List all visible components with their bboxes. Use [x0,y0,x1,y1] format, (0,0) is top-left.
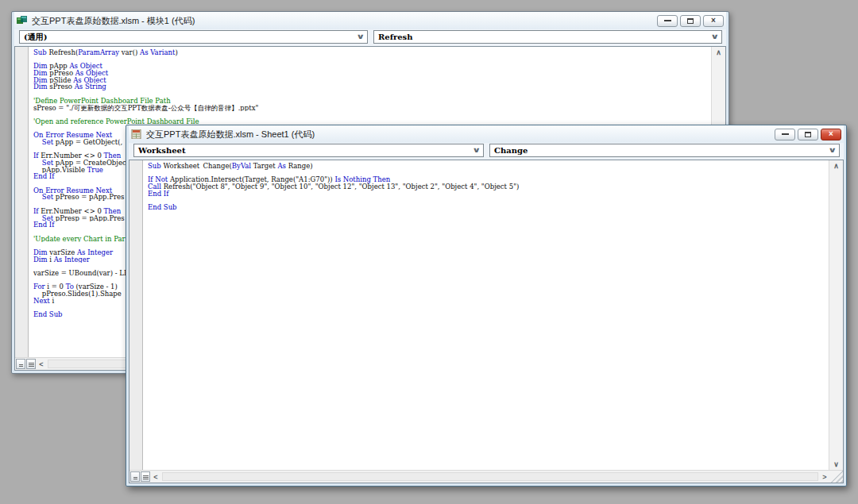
restore-button[interactable] [680,15,701,27]
scroll-left-icon[interactable]: < [36,358,47,370]
restore-icon [805,132,811,137]
code-line: Sub Refresh(ParamArray var() As Variant) [33,49,711,56]
vba-module-icon [17,16,28,26]
worksheet-icon [131,129,142,140]
module1-window-controls: × [657,15,724,27]
chevron-down-icon: ∨ [828,147,837,154]
scroll-left-icon[interactable]: < [150,471,161,483]
vbe-code-window-sheet1: 交互PPT表盘原始数据.xlsm - Sheet1 (代码) × Workshe… [126,125,847,487]
code-line: If Not Application.Intersect(Target, Ran… [148,176,829,183]
object-dropdown[interactable]: (通用) ∨ [19,30,368,44]
full-module-view-icon [29,363,34,367]
sheet1-window-title: 交互PPT表盘原始数据.xlsm - Sheet1 (代码) [146,129,771,140]
procedure-view-icon [19,364,23,367]
restore-button[interactable] [798,129,818,140]
code-line: Sub Worksheet_Change(ByVal Target As Ran… [148,163,829,170]
scroll-up-icon[interactable]: ∧ [712,47,725,58]
vertical-scrollbar[interactable]: ∧ ∨ [829,160,843,470]
minimize-button[interactable] [775,129,795,140]
code-line: 'Define PowerPoint Dashboard File Path [33,98,711,105]
close-button[interactable]: × [703,15,724,27]
code-line: Dim pApp As Object [33,63,711,70]
procedure-dropdown[interactable]: Refresh ∨ [373,30,722,44]
sheet1-code-main: Sub Worksheet_Change(ByVal Target As Ran… [129,160,843,470]
procedure-view-button[interactable] [130,471,140,482]
code-line: sPreso = "./可更新数据的交互PPT数据表盘-公众号【自律的音律】.p… [33,105,711,112]
restore-icon [687,18,694,24]
sheet1-titlebar[interactable]: 交互PPT表盘原始数据.xlsm - Sheet1 (代码) × [129,125,844,143]
code-line: Dim sPreso As String [33,83,711,90]
chevron-down-icon: ∨ [472,147,481,154]
procedure-dropdown[interactable]: Change ∨ [489,144,840,157]
module1-window-title: 交互PPT表盘原始数据.xlsm - 模块1 (代码) [32,15,653,27]
close-icon: × [711,17,716,25]
minimize-button[interactable] [657,15,678,27]
module1-combo-row: (通用) ∨ Refresh ∨ [14,29,726,46]
full-module-view-button[interactable] [26,359,36,369]
margin-indicator-bar[interactable] [15,47,29,357]
sheet1-window-controls: × [775,129,841,140]
sheet1-code-editor[interactable]: Sub Worksheet_Change(ByVal Target As Ran… [143,160,829,470]
code-line: Dim pPreso As Object [33,70,711,77]
code-line [148,197,829,204]
code-line [33,90,711,98]
code-line: End Sub [148,204,829,211]
code-line: Call Refresh("Object 8", "Object 9", "Ob… [148,183,829,190]
sheet1-code-panel: Sub Worksheet_Change(ByVal Target As Ran… [129,160,844,483]
scroll-right-icon[interactable]: > [819,471,830,483]
code-line [33,111,711,118]
object-dropdown[interactable]: Worksheet ∨ [133,144,484,157]
chevron-down-icon: ∨ [356,33,365,40]
procedure-dropdown-value: Refresh [378,33,413,41]
procedure-view-icon [133,477,137,479]
procedure-view-button[interactable] [16,359,25,369]
margin-indicator-bar[interactable] [129,160,143,470]
module1-titlebar[interactable]: 交互PPT表盘原始数据.xlsm - 模块1 (代码) × [14,12,726,29]
window-resize-grip[interactable] [830,471,843,483]
minimize-icon [782,133,789,135]
horizontal-scrollbar[interactable]: < > [129,470,843,483]
chevron-down-icon: ∨ [710,33,719,40]
minimize-icon [664,20,671,21]
scroll-down-icon[interactable]: ∨ [829,459,843,470]
full-module-view-button[interactable] [141,471,150,482]
close-button[interactable]: × [821,129,841,140]
hscroll-track[interactable] [162,472,818,481]
object-dropdown-value: Worksheet [138,146,186,155]
scroll-up-icon[interactable]: ∧ [829,160,843,171]
full-module-view-icon [143,475,149,479]
code-line [33,56,711,63]
object-dropdown-value: (通用) [24,32,47,43]
code-line: End If [148,190,829,198]
close-icon: × [829,130,833,138]
code-line: Dim pSlide As Object [33,77,711,84]
sheet1-combo-row: Worksheet ∨ Change ∨ [129,143,844,160]
procedure-dropdown-value: Change [494,146,528,155]
code-line [148,170,829,177]
